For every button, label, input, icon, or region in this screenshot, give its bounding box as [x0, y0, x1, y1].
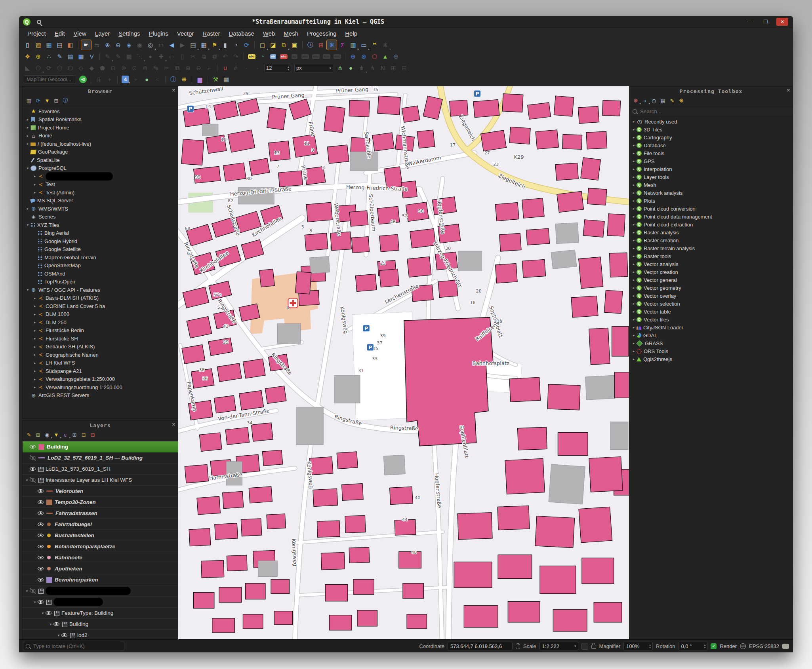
temporal-film-icon[interactable]: ▦	[221, 74, 231, 84]
locator-input[interactable]	[32, 643, 122, 650]
merge-attributes-icon[interactable]: ⧉	[172, 63, 182, 73]
expander-icon[interactable]	[631, 246, 637, 250]
pan-map-icon[interactable]: ☛	[81, 40, 91, 50]
toolbox-item-cityjson-loader[interactable]: CityJSON Loader	[629, 323, 793, 331]
layer-item-tempo30-zonen[interactable]: Tempo30-Zonen	[23, 497, 178, 508]
zoom-native-icon[interactable]: 1:1	[156, 40, 166, 50]
expander-icon[interactable]	[48, 622, 53, 626]
digitize-unit-combobox[interactable]: px	[294, 64, 333, 72]
fill-ring-icon[interactable]: ⊚	[119, 63, 129, 73]
expander-icon[interactable]	[631, 302, 637, 306]
dot-tool-b-icon[interactable]: ∙	[252, 63, 262, 73]
new-spatial-bookmark-icon[interactable]: ⚑	[210, 40, 219, 50]
browser-filter-browser-icon[interactable]: ▼	[43, 97, 51, 105]
browser-item-redacted[interactable]	[23, 172, 178, 181]
quickosm-plugin-icon[interactable]: ●	[142, 74, 152, 84]
expander-icon[interactable]	[631, 120, 637, 124]
layer-item-lod1-32-573-6019-1-sh[interactable]: LoD1_32_573_6019_1_SH	[23, 464, 178, 475]
zoom-full-icon[interactable]: ◈	[124, 40, 134, 50]
toolbox-history-icon[interactable]: ◷	[650, 97, 658, 105]
pan-to-selection-icon[interactable]: ⇆	[92, 40, 102, 50]
menu-web[interactable]: Web	[259, 30, 280, 37]
cityjson-chart-icon[interactable]: ▆	[195, 74, 205, 84]
browser-item-osmand[interactable]: OSMAnd	[23, 270, 178, 278]
layers-remove-layer-icon[interactable]: ⊟	[89, 431, 97, 439]
scale-feature-icon[interactable]: ⬠	[55, 63, 65, 73]
map-tips-icon[interactable]: ❞	[370, 40, 379, 50]
delete-ring-icon[interactable]: ⊙	[130, 63, 139, 73]
grid-tool-b-icon[interactable]: ⊟	[399, 63, 409, 73]
toolbox-item-database[interactable]: Database	[629, 141, 793, 149]
move-feature-icon[interactable]: ⬠	[33, 63, 43, 73]
rotate-label-icon[interactable]: abc	[300, 51, 310, 61]
street-view-plugin-icon[interactable]: ▯	[94, 74, 104, 84]
expander-icon[interactable]	[631, 310, 637, 314]
visibility-on-icon[interactable]	[38, 555, 44, 561]
toolbox-item-vector-creation[interactable]: Vector creation	[629, 268, 793, 276]
copy-features-icon[interactable]: ⧉	[199, 51, 209, 61]
toolbox-edit-features-in-place-icon[interactable]: ✎	[668, 97, 676, 105]
browser-item-bing-aerial[interactable]: Bing Aerial	[23, 229, 178, 238]
expander-icon[interactable]	[631, 159, 637, 163]
visibility-on-icon[interactable]	[38, 510, 44, 516]
layers-expand-all-layers-icon[interactable]: ⊞	[71, 431, 78, 439]
toolbox-item-layer-tools[interactable]: Layer tools	[629, 173, 793, 181]
browser-item-test-admin[interactable]: Test (Admin)	[23, 188, 178, 197]
toolbox-item-point-cloud-extraction[interactable]: Point cloud extraction	[629, 220, 793, 228]
north-arrow-icon[interactable]: N	[378, 63, 388, 73]
deselect-from-layer-icon[interactable]: ▣	[290, 40, 299, 50]
expander-icon[interactable]	[32, 353, 38, 357]
layers-filter-by-expression-icon[interactable]: ε	[61, 431, 69, 439]
browser-item-postgresql[interactable]: PostgreSQL	[23, 164, 178, 173]
expander-icon[interactable]	[32, 174, 38, 178]
visibility-on-icon[interactable]	[38, 499, 44, 505]
zoom-out-icon[interactable]: ⊖	[113, 40, 123, 50]
grid-tool-a-icon[interactable]: ⊞	[389, 63, 398, 73]
delete-selected-icon[interactable]: ▯	[177, 51, 187, 61]
profile-tool-icon[interactable]: ⚒	[211, 74, 221, 84]
dot-tool-a-icon[interactable]: ∙	[242, 63, 252, 73]
reshape-features-icon[interactable]: ◇	[76, 63, 86, 73]
expander-icon[interactable]	[631, 135, 637, 139]
simplify-feature-icon[interactable]: ⬟	[97, 63, 107, 73]
layer-item-building[interactable]: Building	[23, 619, 178, 630]
layer-labeling-options-icon[interactable]: abc	[247, 51, 257, 61]
pin-labels-icon[interactable]: ab	[268, 51, 278, 61]
menu-settings[interactable]: Settings	[114, 30, 144, 37]
menu-database[interactable]: Database	[225, 30, 259, 37]
browser-item-ms-sql-server[interactable]: MS SQL Server	[23, 197, 178, 205]
browser-item-xyz-tiles[interactable]: XYZ Tiles	[23, 221, 178, 229]
expander-icon[interactable]	[631, 317, 637, 321]
select-features-icon[interactable]: ▢	[257, 40, 267, 50]
browser-item-basis-dlm-sh-atkis[interactable]: Basis-DLM SH (ATKIS)	[23, 294, 178, 302]
add-wms-layer-icon[interactable]: ⊕	[33, 51, 43, 61]
statistical-summary-icon[interactable]: ⊞	[316, 40, 326, 50]
expander-icon[interactable]	[32, 600, 38, 604]
expander-icon[interactable]	[631, 262, 637, 266]
toolbox-toolbox-options-icon[interactable]: ❋	[677, 97, 685, 105]
menu-vector[interactable]: Vector	[173, 30, 198, 37]
paste-features-icon[interactable]: ⧉	[210, 51, 219, 61]
layer-item-apotheken[interactable]: Apotheken	[23, 563, 178, 574]
browser-item-home[interactable]: Home	[23, 132, 178, 140]
data-source-manager-icon[interactable]: ❖	[23, 51, 32, 61]
expander-icon[interactable]	[631, 175, 637, 179]
visibility-on-icon[interactable]	[61, 632, 68, 638]
expander-icon[interactable]	[631, 143, 637, 147]
browser-item-s-dspange-a21[interactable]: Südspange A21	[23, 367, 178, 375]
azimuth-tool-icon[interactable]: +	[131, 74, 141, 84]
project-open-icon[interactable]: ▨	[33, 40, 43, 50]
layers-open-layer-styling-icon[interactable]: ✎	[25, 431, 33, 439]
visibility-on-icon[interactable]	[38, 566, 44, 572]
expander-icon[interactable]	[25, 142, 30, 146]
undo-icon[interactable]: ↶	[220, 51, 230, 61]
offset-point-symbol-icon[interactable]: ⊖	[194, 63, 204, 73]
expander-icon[interactable]	[56, 633, 61, 637]
layer-item-bewohnerparken[interactable]: Bewohnerparken	[23, 574, 178, 585]
toolbox-item-vector-selection[interactable]: Vector selection	[629, 300, 793, 308]
footprint-tool-icon[interactable]: ⁖	[152, 74, 162, 84]
browser-item-dlm-250[interactable]: DLM 250	[23, 318, 178, 327]
minimize-button[interactable]: —	[745, 18, 755, 26]
expander-icon[interactable]	[631, 167, 637, 171]
visibility-on-icon[interactable]	[38, 544, 44, 549]
